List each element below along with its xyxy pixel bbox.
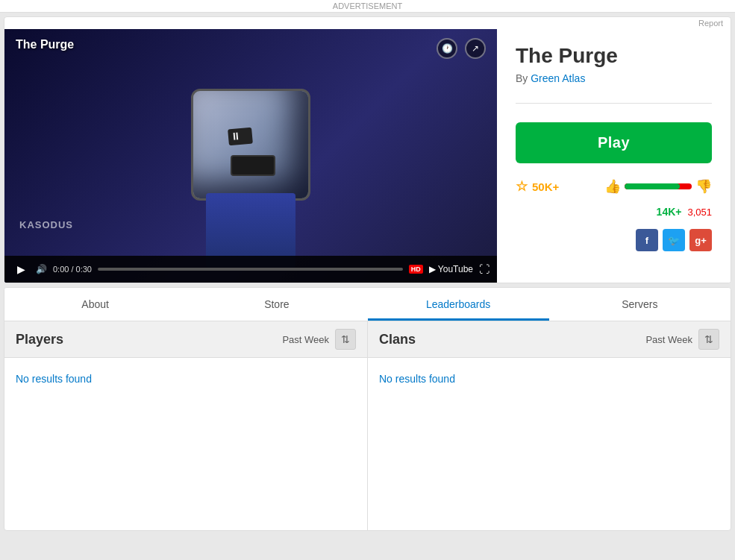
- character-mouth: [231, 155, 275, 176]
- play-pause-button[interactable]: ▶: [12, 260, 30, 278]
- video-title-overlay: The Purge: [16, 38, 74, 51]
- clock-icon-btn[interactable]: 🕐: [437, 38, 457, 59]
- advertisement-label: ADVERTISEMENT: [333, 1, 402, 10]
- share-icon-btn[interactable]: ↗: [465, 38, 486, 59]
- votes-up-count: 14K+: [657, 206, 682, 218]
- votes-stat: 👍 👎: [604, 178, 712, 195]
- stats-row: ☆ 50K+ 👍 👎: [516, 178, 712, 195]
- players-no-results: No results found: [16, 373, 92, 385]
- googleplus-button[interactable]: g+: [689, 229, 712, 251]
- tab-about[interactable]: About: [4, 288, 186, 321]
- volume-button[interactable]: 🔊: [36, 264, 47, 274]
- clans-time-label: Past Week: [645, 334, 692, 345]
- advertisement-bar: ADVERTISEMENT: [0, 0, 735, 13]
- clans-no-results: No results found: [379, 373, 455, 385]
- twitter-bird-icon: 🐦: [668, 235, 680, 246]
- author-prefix: By: [516, 72, 528, 84]
- twitter-button[interactable]: 🐦: [663, 229, 685, 251]
- tab-store[interactable]: Store: [186, 288, 367, 321]
- tabs-section: About Store Leaderboards Servers Players…: [4, 287, 731, 531]
- facebook-button[interactable]: f: [636, 229, 658, 251]
- players-controls: Past Week ⇅: [282, 329, 356, 350]
- divider: [516, 103, 712, 104]
- players-body: No results found: [4, 358, 367, 400]
- game-author: By Green Atlas: [516, 72, 712, 84]
- players-sort-button[interactable]: ⇅: [335, 329, 356, 350]
- vote-bar: [625, 183, 692, 189]
- players-header: Players Past Week ⇅: [4, 321, 367, 358]
- watermark: KASODUS: [19, 219, 73, 230]
- vote-counts-row: 14K+ 3,051: [516, 206, 712, 218]
- favorites-count: 50K+: [532, 180, 559, 193]
- author-link[interactable]: Green Atlas: [531, 72, 585, 84]
- video-section: The Purge 🕐 ↗ KASODUS ▶ 🔊 0:00 / 0:30: [4, 29, 497, 283]
- progress-bar[interactable]: [98, 268, 403, 271]
- clans-sort-icon: ⇅: [704, 333, 713, 345]
- tab-servers[interactable]: Servers: [549, 288, 731, 321]
- votes-down-count: 3,051: [687, 207, 712, 218]
- clans-header: Clans Past Week ⇅: [368, 321, 731, 358]
- report-section: Report: [4, 17, 731, 29]
- hd-badge: HD: [409, 265, 423, 274]
- video-top-icons: 🕐 ↗: [437, 38, 486, 59]
- game-info-section: The Purge By Green Atlas Play ☆ 50K+ 👍: [497, 29, 731, 283]
- tab-leaderboards[interactable]: Leaderboards: [368, 288, 549, 321]
- thumbs-down-icon: 👎: [695, 178, 712, 195]
- players-title: Players: [16, 332, 63, 347]
- social-icons: f 🐦 g+: [516, 229, 712, 251]
- leaderboards-content: Players Past Week ⇅ No results found Cla…: [4, 321, 731, 530]
- clans-body: No results found: [368, 358, 731, 400]
- clans-panel: Clans Past Week ⇅ No results found: [368, 321, 731, 530]
- vote-bar-fill: [625, 183, 680, 189]
- sort-icon: ⇅: [341, 333, 350, 345]
- fullscreen-button[interactable]: ⛶: [479, 263, 490, 275]
- clock-icon: 🕐: [442, 43, 453, 54]
- game-card: Report The Purge 🕐: [4, 16, 731, 283]
- game-title: The Purge: [516, 44, 712, 68]
- star-icon: ☆: [516, 178, 528, 195]
- players-time-label: Past Week: [282, 334, 329, 345]
- report-link[interactable]: Report: [698, 19, 723, 28]
- players-panel: Players Past Week ⇅ No results found: [4, 321, 368, 530]
- video-thumbnail[interactable]: The Purge 🕐 ↗ KASODUS: [4, 29, 497, 283]
- time-display: 0:00 / 0:30: [53, 265, 92, 274]
- vote-counts: 14K+ 3,051: [657, 206, 712, 218]
- character-head: [191, 89, 310, 201]
- clans-sort-button[interactable]: ⇅: [698, 329, 719, 350]
- game-top-section: The Purge 🕐 ↗ KASODUS ▶ 🔊 0:00 / 0:30: [4, 29, 731, 283]
- video-controls: ▶ 🔊 0:00 / 0:30 HD ▶ YouTube ⛶: [4, 256, 497, 283]
- tabs-bar: About Store Leaderboards Servers: [4, 288, 731, 321]
- clans-title: Clans: [379, 332, 416, 347]
- favorites-stat: ☆ 50K+: [516, 178, 559, 195]
- character-eye: [228, 128, 253, 146]
- share-icon: ↗: [472, 43, 479, 54]
- youtube-logo: ▶ YouTube: [429, 264, 473, 274]
- clans-controls: Past Week ⇅: [645, 329, 719, 350]
- play-button[interactable]: Play: [516, 122, 712, 163]
- thumbs-up-icon: 👍: [604, 178, 621, 195]
- game-character: [169, 59, 333, 253]
